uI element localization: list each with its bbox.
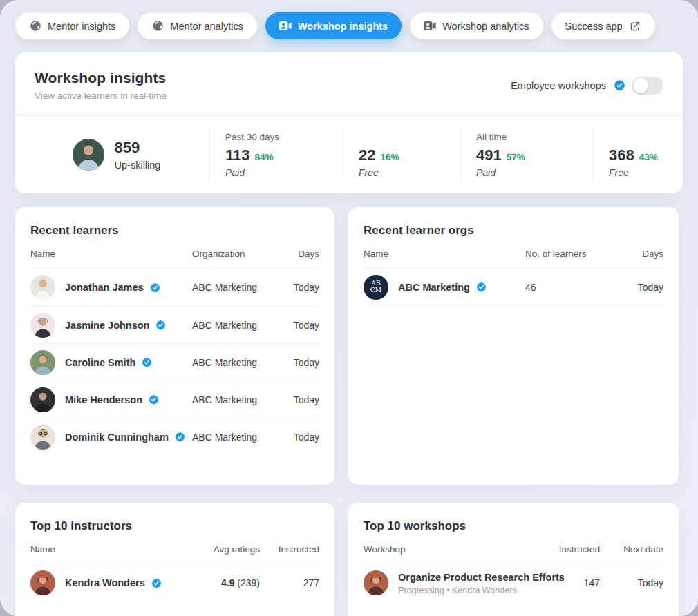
instructor-instructed: 277 — [260, 577, 319, 588]
column-next-date: Next date — [600, 544, 663, 555]
instructor-name: Kendra Wonders — [65, 577, 145, 588]
table-row[interactable]: Caroline Smith ABC Marketing Today — [30, 343, 319, 381]
globe-icon — [29, 20, 41, 32]
avatar — [30, 350, 55, 375]
tab-workshop-analytics[interactable]: Workshop analytics — [410, 12, 543, 39]
employee-workshops-toggle[interactable] — [632, 77, 663, 95]
verified-badge-icon — [476, 282, 487, 292]
page-subtitle: View active learners in real-time — [35, 90, 167, 101]
learner-days: Today — [275, 357, 319, 368]
tab-label: Mentor analytics — [170, 21, 243, 32]
instructor-rating: 4.9 (239) — [182, 577, 260, 588]
column-name: Name — [364, 249, 525, 259]
table-row[interactable]: Mike Henderson ABC Marketing Today — [30, 381, 319, 418]
avatar — [30, 275, 55, 300]
toggle-label: Employee workshops — [511, 80, 606, 91]
verified-badge-icon — [149, 394, 159, 405]
stat-type: Free — [609, 167, 691, 178]
org-days: Today — [623, 282, 663, 293]
learner-name: Caroline Smith — [65, 357, 135, 368]
learner-organization: ABC Marketing — [192, 357, 275, 368]
tab-label: Mentor insights — [48, 21, 115, 32]
workshop-instructed: 147 — [534, 577, 600, 588]
tab-mentor-insights[interactable]: Mentor insights — [15, 12, 129, 39]
table-row[interactable]: Dominik Cunningham ABC Marketing Today — [30, 418, 319, 455]
column-workshop: Workshop — [364, 544, 534, 555]
avatar — [30, 425, 55, 450]
workshop-next-date: Today — [600, 577, 663, 588]
avatar — [30, 313, 55, 338]
learner-days: Today — [275, 394, 319, 405]
stat-type: Paid — [476, 167, 582, 178]
stat-value: 491 — [476, 146, 502, 164]
learner-name: Dominik Cunningham — [65, 432, 169, 443]
column-ratings: Avg ratings — [182, 544, 260, 555]
recent-learners-card: Recent learners Name Organization Days J… — [15, 207, 334, 485]
stat-upskilling-text: 859 Up-skilling — [115, 139, 161, 171]
globe-icon — [151, 20, 164, 32]
card-title: Recent learners — [30, 224, 319, 238]
card-title: Top 10 instructors — [30, 519, 319, 533]
stat-alltime-paid: All time 491 57% Paid — [460, 128, 593, 181]
tab-mentor-analytics[interactable]: Mentor analytics — [138, 12, 257, 39]
org-learner-count: 46 — [525, 282, 623, 293]
column-name: Name — [30, 544, 182, 555]
stat-label: Up-skilling — [115, 160, 161, 171]
learner-name: Mike Henderson — [65, 394, 142, 405]
external-link-icon — [629, 20, 641, 32]
stat-percent: 16% — [380, 152, 399, 162]
page-title-block: Workshop insights View active learners i… — [35, 70, 167, 101]
stat-value: 368 — [609, 146, 634, 164]
table-row[interactable]: AB CM ABC Marketing 46 Today — [364, 269, 663, 306]
tab-label: Workshop insights — [298, 21, 388, 32]
learner-organization: ABC Marketing — [192, 394, 275, 405]
verified-badge-icon — [175, 432, 185, 442]
learner-organization: ABC Marketing — [192, 320, 275, 331]
verified-badge-icon — [155, 320, 166, 330]
column-days: Days — [623, 249, 663, 259]
verified-badge-icon — [151, 578, 162, 588]
tab-label: Success app — [565, 21, 623, 32]
table-row[interactable]: Jonathan James ABC Marketing Today — [30, 269, 319, 306]
stat-value: 113 — [225, 146, 250, 164]
workshop-dashboard-page: Mentor insights Mentor analytics Worksho… — [0, 0, 698, 616]
org-logo: AB CM — [364, 275, 388, 300]
card-title: Recent learner orgs — [364, 224, 663, 238]
table-row[interactable]: Kendra Wonders 4.9 (239) 277 — [30, 564, 319, 601]
top-workshops-columns: Workshop Instructed Next date — [364, 544, 663, 564]
verified-badge-icon — [142, 357, 152, 367]
column-instructed: Instructed — [260, 544, 319, 555]
verified-badge-icon — [150, 282, 160, 293]
tab-workshop-insights[interactable]: Workshop insights — [265, 12, 402, 39]
org-name: ABC Marketing — [398, 282, 470, 293]
avatar — [30, 387, 55, 412]
stat-period — [609, 132, 691, 144]
stat-period: Past 30 days — [225, 132, 332, 144]
top-workshops-card: Top 10 workshops Workshop Instructed Nex… — [348, 503, 679, 616]
org-logo-line2: CM — [370, 287, 382, 294]
recent-orgs-columns: Name No. of learners Days — [364, 249, 663, 269]
middle-cards-row: Recent learners Name Organization Days J… — [15, 207, 683, 485]
video-camera-icon — [279, 20, 292, 32]
tab-success-app[interactable]: Success app — [551, 12, 655, 39]
header-title-row: Workshop insights View active learners i… — [15, 52, 683, 116]
avatar — [73, 139, 104, 171]
stat-period — [359, 132, 449, 144]
stat-percent: 57% — [507, 152, 525, 162]
stat-percent: 84% — [255, 152, 274, 162]
stat-past30-free: 22 16% Free — [343, 128, 460, 181]
verified-badge-icon — [614, 79, 625, 91]
bottom-cards-row: Top 10 instructors Name Avg ratings Inst… — [15, 503, 683, 616]
stat-value: 22 — [359, 146, 375, 164]
table-row[interactable]: Jasmine Johnson ABC Marketing Today — [30, 306, 319, 343]
learner-name: Jasmine Johnson — [65, 320, 149, 331]
stat-type: Paid — [225, 167, 332, 178]
learner-organization: ABC Marketing — [192, 432, 275, 443]
avatar — [364, 570, 388, 595]
table-row[interactable]: Organize Product Research Efforts Progre… — [364, 564, 663, 601]
stat-value: 859 — [115, 139, 161, 157]
workshop-subtitle: Progressing • Kendra Wonders — [398, 586, 534, 595]
stat-alltime-free: 368 43% Free — [593, 128, 698, 181]
stats-row: 859 Up-skilling Past 30 days 113 84% Pai… — [15, 116, 683, 193]
stat-type: Free — [359, 167, 449, 178]
